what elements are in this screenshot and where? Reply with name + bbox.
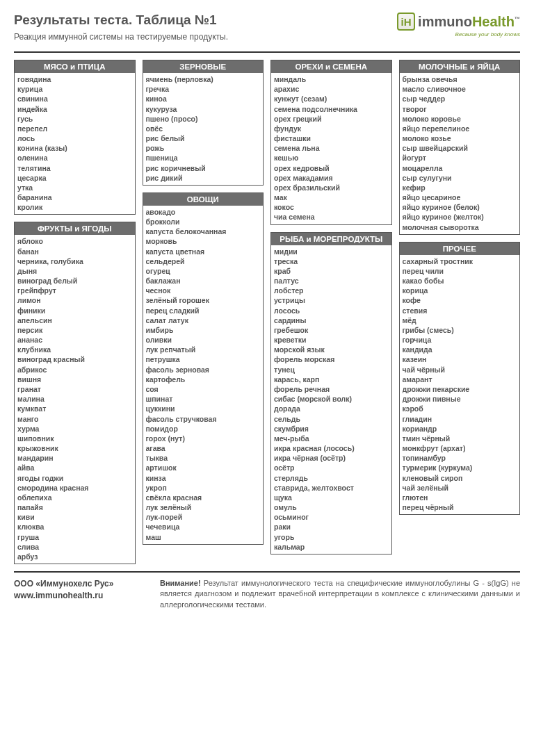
category-box: МЯСО и ПТИЦАговядинакурицасвининаиндейка… bbox=[14, 60, 136, 215]
list-item: яблоко bbox=[17, 236, 132, 246]
list-item: сардины bbox=[274, 315, 389, 325]
category-box: ПРОЧЕЕсахарный тростникперец чиликакао б… bbox=[399, 242, 521, 515]
list-item: масло сливочное bbox=[403, 84, 517, 94]
list-item: гречка bbox=[146, 84, 261, 94]
column: ЗЕРНОВЫЕячмень (перловка)гречкакиноакуку… bbox=[143, 60, 264, 564]
list-item: кунжут (сезам) bbox=[274, 94, 389, 104]
list-item: имбирь bbox=[146, 325, 261, 335]
list-item: кориандр bbox=[403, 424, 517, 434]
list-item: фасоль стручковая bbox=[146, 414, 261, 424]
list-item: тмин чёрный bbox=[403, 434, 517, 443]
list-item: глиадин bbox=[403, 414, 517, 424]
category-header: ЗЕРНОВЫЕ bbox=[143, 60, 264, 73]
list-item: краб bbox=[274, 266, 389, 276]
list-item: творог bbox=[403, 104, 517, 114]
category-box: МОЛОЧНЫЕ и ЯЙЦАбрынза овечьямасло сливоч… bbox=[399, 60, 521, 235]
page-subtitle: Реакция иммунной системы на тестируемые … bbox=[14, 32, 228, 42]
list-item: кальмар bbox=[274, 542, 389, 552]
list-item: кешью bbox=[274, 153, 389, 163]
list-item: кефир bbox=[403, 183, 517, 192]
list-item: кокос bbox=[274, 202, 389, 212]
list-item: цуккини bbox=[146, 404, 261, 413]
list-item: яйцо перепелиное bbox=[403, 124, 517, 133]
list-item: киви bbox=[17, 512, 132, 522]
list-item: арбуз bbox=[17, 552, 132, 561]
warning-text: Результат иммунологического теста на спе… bbox=[160, 579, 520, 609]
list-item: сельдь bbox=[274, 414, 389, 424]
list-item: авокадо bbox=[146, 207, 261, 217]
page-footer: ООО «Иммунохелс Рус» www.immunohealth.ru… bbox=[14, 578, 520, 610]
list-item: вишня bbox=[17, 375, 132, 384]
category-box: РЫБА и МОРЕПРОДУКТЫмидиитрескакрабпалтус… bbox=[270, 232, 392, 554]
footer-warning: Внимание! Результат иммунологического те… bbox=[160, 578, 520, 610]
list-item: чиа семена bbox=[274, 212, 389, 222]
category-body: ячмень (перловка)гречкакиноакукурузапшен… bbox=[143, 73, 264, 185]
list-item: крыжовник bbox=[17, 443, 132, 453]
list-item: ячмень (перловка) bbox=[146, 74, 261, 84]
list-item: треска bbox=[274, 256, 389, 266]
list-item: лук репчатый bbox=[146, 345, 261, 354]
category-header: ОВОЩИ bbox=[143, 193, 264, 206]
header-left: Результаты теста. Таблица №1 Реакция имм… bbox=[14, 13, 228, 42]
logo-wordmark: immunoHealth™ bbox=[418, 14, 520, 30]
list-item: брокколи bbox=[146, 217, 261, 227]
list-item: амарант bbox=[403, 375, 517, 384]
list-item: горох (нут) bbox=[146, 434, 261, 443]
list-item: дорада bbox=[274, 404, 389, 413]
list-item: брынза овечья bbox=[403, 74, 517, 84]
list-item: перец чёрный bbox=[403, 502, 517, 512]
list-item: артишок bbox=[146, 463, 261, 472]
list-item: молоко козье bbox=[403, 133, 517, 143]
list-item: мак bbox=[274, 192, 389, 202]
page-title: Результаты теста. Таблица №1 bbox=[14, 13, 228, 28]
list-item: овёс bbox=[146, 124, 261, 133]
list-item: семена подсолнечника bbox=[274, 104, 389, 114]
list-item: раки bbox=[274, 522, 389, 532]
list-item: картофель bbox=[146, 375, 261, 384]
list-item: орех кедровый bbox=[274, 163, 389, 173]
list-item: мандарин bbox=[17, 453, 132, 463]
list-item: агава bbox=[146, 443, 261, 453]
list-item: устрицы bbox=[274, 295, 389, 305]
list-item: рис белый bbox=[146, 133, 261, 143]
category-header: ПРОЧЕЕ bbox=[400, 243, 520, 255]
list-item: перец чили bbox=[403, 266, 517, 276]
list-item: горчица bbox=[403, 335, 517, 345]
top-divider bbox=[14, 51, 520, 53]
list-item: сельдерей bbox=[146, 256, 261, 266]
list-item: стевия bbox=[403, 306, 517, 315]
list-item: айва bbox=[17, 463, 132, 472]
logo-tagline: Because your body knows bbox=[455, 31, 520, 38]
list-item: кэроб bbox=[403, 404, 517, 413]
list-item: кандида bbox=[403, 345, 517, 354]
category-body: авокадоброкколикапуста белокочаннаяморко… bbox=[143, 206, 264, 544]
list-item: меч-рыба bbox=[274, 434, 389, 443]
list-item: лось bbox=[17, 133, 132, 143]
list-item: сибас (морской волк) bbox=[274, 394, 389, 404]
category-body: говядинакурицасвининаиндейкагусьперепелл… bbox=[15, 73, 135, 214]
list-item: ставрида, желтохвост bbox=[274, 483, 389, 493]
list-item: банан bbox=[17, 247, 132, 256]
column: МОЛОЧНЫЕ и ЯЙЦАбрынза овечьямасло сливоч… bbox=[399, 60, 521, 564]
category-box: ОРЕХИ и СЕМЕНАминдальарахискунжут (сезам… bbox=[270, 60, 392, 225]
list-item: яйцо куриное (желток) bbox=[403, 212, 517, 222]
list-item: рис дикий bbox=[146, 173, 261, 183]
list-item: икра чёрная (осётр) bbox=[274, 453, 389, 463]
footer-company: ООО «Иммунохелс Рус» www.immunohealth.ru bbox=[14, 578, 146, 610]
list-item: кролик bbox=[17, 202, 132, 212]
list-item: йогурт bbox=[403, 153, 517, 163]
list-item: стерлядь bbox=[274, 473, 389, 483]
list-item: дрожжи пивные bbox=[403, 394, 517, 404]
company-website: www.immunohealth.ru bbox=[14, 590, 146, 602]
list-item: тыква bbox=[146, 453, 261, 463]
list-item: ягоды годжи bbox=[17, 473, 132, 483]
category-body: брынза овечьямасло сливочноесыр чеддертв… bbox=[400, 73, 520, 234]
list-item: смородина красная bbox=[17, 483, 132, 493]
list-item: пшено (просо) bbox=[146, 114, 261, 124]
list-item: чай чёрный bbox=[403, 365, 517, 375]
list-item: кофе bbox=[403, 295, 517, 305]
list-item: гранат bbox=[17, 384, 132, 394]
list-item: чай зелёный bbox=[403, 483, 517, 493]
list-item: пшеница bbox=[146, 153, 261, 163]
list-item: яйцо куриное (белок) bbox=[403, 202, 517, 212]
